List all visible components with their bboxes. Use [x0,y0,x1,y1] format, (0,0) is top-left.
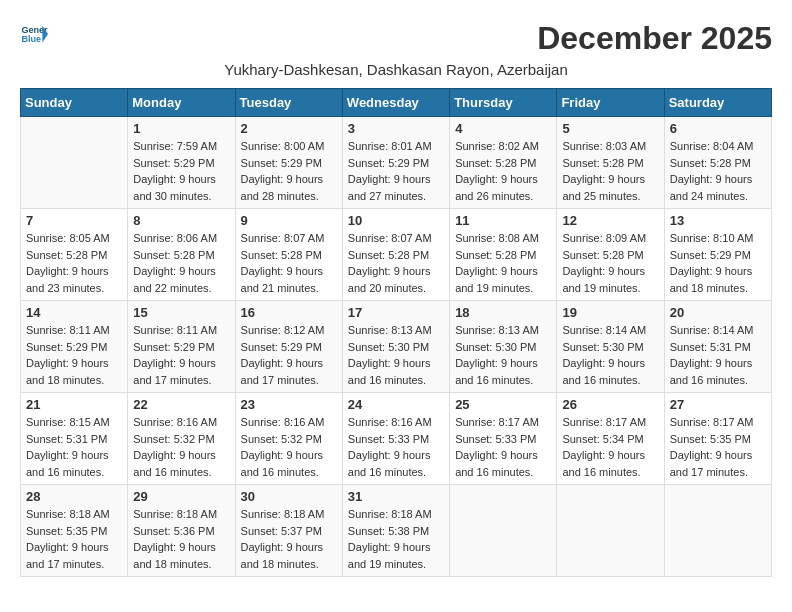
day-number: 22 [133,397,229,412]
day-info: Sunrise: 8:02 AMSunset: 5:28 PMDaylight:… [455,138,551,204]
calendar-cell: 20Sunrise: 8:14 AMSunset: 5:31 PMDayligh… [664,301,771,393]
calendar-cell: 5Sunrise: 8:03 AMSunset: 5:28 PMDaylight… [557,117,664,209]
day-number: 4 [455,121,551,136]
column-header-friday: Friday [557,89,664,117]
day-number: 31 [348,489,444,504]
calendar-cell [557,485,664,577]
calendar-cell: 2Sunrise: 8:00 AMSunset: 5:29 PMDaylight… [235,117,342,209]
calendar-cell [21,117,128,209]
column-header-wednesday: Wednesday [342,89,449,117]
calendar-cell: 11Sunrise: 8:08 AMSunset: 5:28 PMDayligh… [450,209,557,301]
day-info: Sunrise: 8:16 AMSunset: 5:33 PMDaylight:… [348,414,444,480]
calendar-cell: 16Sunrise: 8:12 AMSunset: 5:29 PMDayligh… [235,301,342,393]
day-number: 18 [455,305,551,320]
calendar-week-row: 14Sunrise: 8:11 AMSunset: 5:29 PMDayligh… [21,301,772,393]
day-info: Sunrise: 8:01 AMSunset: 5:29 PMDaylight:… [348,138,444,204]
logo-icon: General Blue [20,20,48,48]
day-number: 1 [133,121,229,136]
calendar-cell: 15Sunrise: 8:11 AMSunset: 5:29 PMDayligh… [128,301,235,393]
column-header-tuesday: Tuesday [235,89,342,117]
day-number: 2 [241,121,337,136]
day-info: Sunrise: 7:59 AMSunset: 5:29 PMDaylight:… [133,138,229,204]
day-info: Sunrise: 8:04 AMSunset: 5:28 PMDaylight:… [670,138,766,204]
day-info: Sunrise: 8:11 AMSunset: 5:29 PMDaylight:… [133,322,229,388]
calendar-cell: 6Sunrise: 8:04 AMSunset: 5:28 PMDaylight… [664,117,771,209]
day-number: 12 [562,213,658,228]
calendar-cell [450,485,557,577]
header: General Blue December 2025 [20,20,772,57]
calendar-cell: 8Sunrise: 8:06 AMSunset: 5:28 PMDaylight… [128,209,235,301]
calendar-cell: 7Sunrise: 8:05 AMSunset: 5:28 PMDaylight… [21,209,128,301]
calendar-cell: 14Sunrise: 8:11 AMSunset: 5:29 PMDayligh… [21,301,128,393]
day-info: Sunrise: 8:08 AMSunset: 5:28 PMDaylight:… [455,230,551,296]
calendar-week-row: 28Sunrise: 8:18 AMSunset: 5:35 PMDayligh… [21,485,772,577]
day-info: Sunrise: 8:00 AMSunset: 5:29 PMDaylight:… [241,138,337,204]
logo: General Blue [20,20,50,48]
day-info: Sunrise: 8:18 AMSunset: 5:37 PMDaylight:… [241,506,337,572]
day-info: Sunrise: 8:17 AMSunset: 5:33 PMDaylight:… [455,414,551,480]
day-info: Sunrise: 8:13 AMSunset: 5:30 PMDaylight:… [348,322,444,388]
day-info: Sunrise: 8:18 AMSunset: 5:38 PMDaylight:… [348,506,444,572]
column-header-thursday: Thursday [450,89,557,117]
calendar-cell: 12Sunrise: 8:09 AMSunset: 5:28 PMDayligh… [557,209,664,301]
day-number: 30 [241,489,337,504]
day-info: Sunrise: 8:17 AMSunset: 5:35 PMDaylight:… [670,414,766,480]
day-number: 24 [348,397,444,412]
calendar-cell [664,485,771,577]
calendar-week-row: 7Sunrise: 8:05 AMSunset: 5:28 PMDaylight… [21,209,772,301]
day-number: 27 [670,397,766,412]
calendar-cell: 23Sunrise: 8:16 AMSunset: 5:32 PMDayligh… [235,393,342,485]
calendar-cell: 13Sunrise: 8:10 AMSunset: 5:29 PMDayligh… [664,209,771,301]
day-number: 14 [26,305,122,320]
day-info: Sunrise: 8:05 AMSunset: 5:28 PMDaylight:… [26,230,122,296]
day-info: Sunrise: 8:16 AMSunset: 5:32 PMDaylight:… [133,414,229,480]
calendar-cell: 31Sunrise: 8:18 AMSunset: 5:38 PMDayligh… [342,485,449,577]
day-info: Sunrise: 8:18 AMSunset: 5:36 PMDaylight:… [133,506,229,572]
day-info: Sunrise: 8:14 AMSunset: 5:31 PMDaylight:… [670,322,766,388]
calendar-cell: 26Sunrise: 8:17 AMSunset: 5:34 PMDayligh… [557,393,664,485]
day-number: 15 [133,305,229,320]
day-info: Sunrise: 8:10 AMSunset: 5:29 PMDaylight:… [670,230,766,296]
calendar-cell: 18Sunrise: 8:13 AMSunset: 5:30 PMDayligh… [450,301,557,393]
day-number: 29 [133,489,229,504]
day-info: Sunrise: 8:12 AMSunset: 5:29 PMDaylight:… [241,322,337,388]
day-number: 9 [241,213,337,228]
calendar-cell: 30Sunrise: 8:18 AMSunset: 5:37 PMDayligh… [235,485,342,577]
day-info: Sunrise: 8:03 AMSunset: 5:28 PMDaylight:… [562,138,658,204]
day-number: 13 [670,213,766,228]
location-title: Yukhary-Dashkesan, Dashkasan Rayon, Azer… [20,61,772,78]
calendar-cell: 21Sunrise: 8:15 AMSunset: 5:31 PMDayligh… [21,393,128,485]
day-number: 8 [133,213,229,228]
calendar-cell: 10Sunrise: 8:07 AMSunset: 5:28 PMDayligh… [342,209,449,301]
day-info: Sunrise: 8:14 AMSunset: 5:30 PMDaylight:… [562,322,658,388]
column-header-sunday: Sunday [21,89,128,117]
day-info: Sunrise: 8:17 AMSunset: 5:34 PMDaylight:… [562,414,658,480]
calendar-cell: 27Sunrise: 8:17 AMSunset: 5:35 PMDayligh… [664,393,771,485]
calendar-cell: 3Sunrise: 8:01 AMSunset: 5:29 PMDaylight… [342,117,449,209]
day-info: Sunrise: 8:07 AMSunset: 5:28 PMDaylight:… [348,230,444,296]
calendar-cell: 22Sunrise: 8:16 AMSunset: 5:32 PMDayligh… [128,393,235,485]
day-number: 17 [348,305,444,320]
day-number: 20 [670,305,766,320]
day-info: Sunrise: 8:15 AMSunset: 5:31 PMDaylight:… [26,414,122,480]
calendar-week-row: 1Sunrise: 7:59 AMSunset: 5:29 PMDaylight… [21,117,772,209]
day-info: Sunrise: 8:16 AMSunset: 5:32 PMDaylight:… [241,414,337,480]
day-info: Sunrise: 8:18 AMSunset: 5:35 PMDaylight:… [26,506,122,572]
day-info: Sunrise: 8:09 AMSunset: 5:28 PMDaylight:… [562,230,658,296]
day-number: 7 [26,213,122,228]
calendar-cell: 25Sunrise: 8:17 AMSunset: 5:33 PMDayligh… [450,393,557,485]
day-number: 25 [455,397,551,412]
calendar-cell: 17Sunrise: 8:13 AMSunset: 5:30 PMDayligh… [342,301,449,393]
day-number: 23 [241,397,337,412]
calendar-cell: 9Sunrise: 8:07 AMSunset: 5:28 PMDaylight… [235,209,342,301]
calendar-cell: 24Sunrise: 8:16 AMSunset: 5:33 PMDayligh… [342,393,449,485]
calendar-table: SundayMondayTuesdayWednesdayThursdayFrid… [20,88,772,577]
column-header-monday: Monday [128,89,235,117]
day-info: Sunrise: 8:13 AMSunset: 5:30 PMDaylight:… [455,322,551,388]
day-info: Sunrise: 8:07 AMSunset: 5:28 PMDaylight:… [241,230,337,296]
column-header-saturday: Saturday [664,89,771,117]
day-number: 3 [348,121,444,136]
calendar-cell: 28Sunrise: 8:18 AMSunset: 5:35 PMDayligh… [21,485,128,577]
day-info: Sunrise: 8:11 AMSunset: 5:29 PMDaylight:… [26,322,122,388]
calendar-cell: 1Sunrise: 7:59 AMSunset: 5:29 PMDaylight… [128,117,235,209]
